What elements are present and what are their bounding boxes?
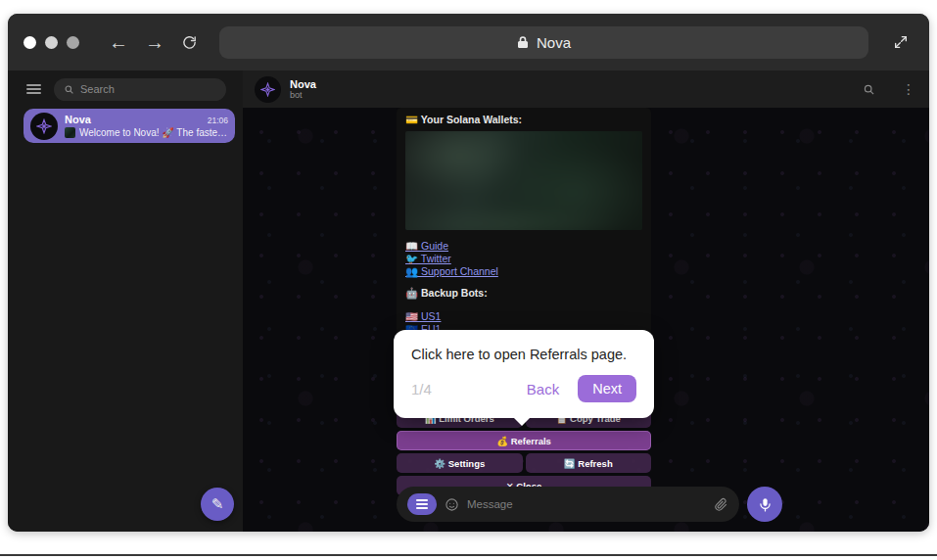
referrals-button[interactable]: 💰 Referrals	[397, 431, 651, 450]
guide-link[interactable]: 📖 Guide	[405, 240, 448, 253]
telegram-app: Nova 21:06 Welcome to Nova! 🚀 The fastes…	[8, 70, 929, 532]
message-input-pill[interactable]	[397, 487, 739, 522]
chat-list-sidebar: Nova 21:06 Welcome to Nova! 🚀 The fastes…	[8, 70, 243, 532]
compose-button[interactable]: ✎	[201, 488, 234, 521]
search-icon	[64, 84, 74, 95]
avatar	[255, 76, 281, 103]
bot-menu-button[interactable]	[407, 493, 437, 515]
menu-icon[interactable]	[26, 81, 41, 96]
search-icon[interactable]	[863, 83, 875, 96]
tutorial-tooltip: Click here to open Referrals page. 1/4 B…	[394, 330, 654, 418]
step-indicator: 1/4	[411, 381, 432, 397]
blurred-wallet-image	[405, 131, 642, 230]
support-channel-link[interactable]: 👥 Support Channel	[405, 265, 498, 278]
site-title: Nova	[537, 34, 571, 51]
more-options-icon[interactable]: ⋮	[902, 82, 915, 96]
voice-message-button[interactable]	[747, 487, 782, 522]
chat-preview: Welcome to Nova! 🚀 The fastest and m...	[79, 127, 228, 138]
attachment-icon[interactable]	[714, 497, 728, 512]
message-composer	[397, 487, 782, 522]
tooltip-text: Click here to open Referrals page.	[411, 347, 636, 362]
us1-link[interactable]: 🇺🇸 US1	[405, 310, 441, 323]
close-window-button[interactable]	[23, 36, 36, 49]
chat-name: Nova	[65, 114, 208, 125]
nav-controls: ← →	[109, 32, 198, 52]
page-divider	[0, 554, 937, 556]
message-thumbnail	[65, 127, 75, 138]
browser-toolbar: ← → Nova	[8, 14, 929, 70]
chat-pane: Nova bot ⋮ 💳 Your Solana Wallets: 📖 Guid…	[243, 70, 929, 532]
next-button[interactable]: Next	[578, 375, 636, 402]
lock-icon	[517, 35, 529, 49]
fullscreen-icon[interactable]	[888, 34, 914, 50]
chat-list-item-nova[interactable]: Nova 21:06 Welcome to Nova! 🚀 The fastes…	[23, 109, 235, 143]
sidebar-topbar	[8, 70, 243, 108]
forward-icon[interactable]: →	[145, 32, 164, 52]
wallets-title: 💳 Your Solana Wallets:	[405, 114, 642, 126]
traffic-lights	[23, 36, 79, 49]
search-field[interactable]	[54, 78, 226, 101]
pencil-icon: ✎	[211, 495, 224, 513]
zoom-window-button[interactable]	[67, 36, 79, 49]
search-input[interactable]	[80, 83, 219, 95]
chat-status: bot	[290, 90, 316, 101]
refresh-button[interactable]: 🔄 Refresh	[526, 453, 652, 473]
back-button[interactable]: Back	[527, 381, 559, 397]
avatar	[30, 113, 58, 140]
twitter-link[interactable]: 🐦 Twitter	[405, 253, 451, 265]
backup-bots-title: 🤖 Backup Bots:	[405, 287, 642, 300]
settings-button[interactable]: ⚙️ Settings	[397, 453, 523, 473]
microphone-icon	[757, 496, 773, 513]
chat-title: Nova	[290, 78, 316, 90]
reload-icon[interactable]	[181, 34, 198, 51]
chat-time: 21:06	[208, 116, 228, 125]
bot-message: 💳 Your Solana Wallets: 📖 Guide 🐦 Twitter…	[397, 108, 651, 495]
browser-window: ← → Nova	[8, 14, 929, 532]
address-bar[interactable]: Nova	[219, 26, 868, 59]
minimize-window-button[interactable]	[45, 36, 58, 49]
chat-header[interactable]: Nova bot ⋮	[243, 70, 929, 108]
emoji-icon[interactable]	[445, 497, 459, 512]
message-input[interactable]	[467, 498, 706, 510]
back-icon[interactable]: ←	[109, 32, 128, 52]
